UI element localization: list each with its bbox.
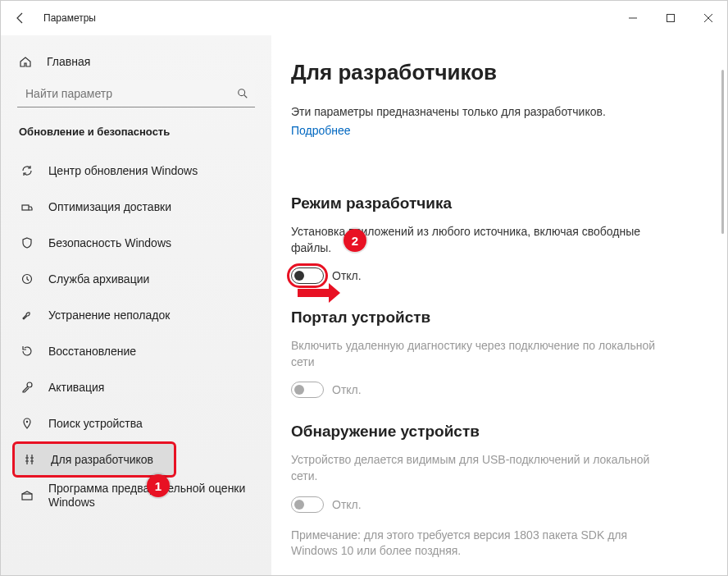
annotation-callout-1: 1 xyxy=(147,474,170,497)
search-box[interactable] xyxy=(17,80,255,107)
section-title-device-portal: Портал устройств xyxy=(291,309,703,327)
sidebar-item-backup[interactable]: Служба архивации xyxy=(17,261,263,297)
key-icon xyxy=(19,381,35,394)
sidebar-item-label: Для разработчиков xyxy=(51,453,153,467)
sidebar-item-label: Устранение неполадок xyxy=(48,309,170,322)
toggle-switch xyxy=(291,382,324,398)
search-icon xyxy=(237,88,248,99)
learn-more-link[interactable]: Подробнее xyxy=(291,124,351,137)
shield-icon xyxy=(19,236,35,249)
arrow-left-icon xyxy=(14,11,27,25)
toggle-switch xyxy=(291,496,324,513)
backup-icon xyxy=(19,272,35,286)
sidebar-item-label: Активация xyxy=(48,381,104,395)
search-input[interactable] xyxy=(25,87,237,100)
sidebar-item-label: Поиск устройства xyxy=(48,417,143,431)
svg-point-2 xyxy=(239,89,245,95)
window-title: Параметры xyxy=(43,12,96,24)
sidebar-home-label: Главная xyxy=(47,55,90,68)
section-title-dev-mode: Режим разработчика xyxy=(291,194,703,213)
sidebar-item-label: Служба архивации xyxy=(48,272,149,286)
sidebar-item-label: Безопасность Windows xyxy=(48,236,171,250)
section-desc-device-discovery: Устройство делается видимым для USB-подк… xyxy=(291,452,668,484)
svg-rect-4 xyxy=(22,205,29,210)
sidebar-category: Обновление и безопасность xyxy=(17,126,263,138)
sidebar-item-label: Центр обновления Windows xyxy=(48,164,198,178)
toggle-label: Откл. xyxy=(332,498,362,511)
wrench-icon xyxy=(19,309,35,322)
titlebar: Параметры xyxy=(1,1,727,35)
device-discovery-note: Примечание: для этого требуется версия 1… xyxy=(291,528,668,560)
svg-line-3 xyxy=(244,94,248,98)
sidebar: Главная Обновление и безопасность Центр … xyxy=(1,35,271,575)
page-intro: Эти параметры предназначены только для р… xyxy=(291,105,703,118)
toggle-device-portal: Откл. xyxy=(291,382,703,398)
sidebar-item-label: Восстановление xyxy=(48,345,136,359)
svg-rect-8 xyxy=(22,494,32,500)
window-controls xyxy=(614,5,727,31)
sidebar-item-windows-update[interactable]: Центр обновления Windows xyxy=(17,153,263,189)
scrollbar-indicator[interactable] xyxy=(721,70,724,234)
section-desc-device-portal: Включить удаленную диагностику через под… xyxy=(291,338,668,370)
sidebar-item-label: Оптимизация доставки xyxy=(48,200,171,214)
toggle-device-discovery: Откл. xyxy=(291,496,703,513)
sidebar-item-windows-security[interactable]: Безопасность Windows xyxy=(17,225,263,261)
sidebar-item-for-developers[interactable]: Для разработчиков xyxy=(12,441,176,478)
recovery-icon xyxy=(19,345,35,358)
toggle-dev-mode[interactable]: Откл. xyxy=(291,267,703,284)
sidebar-item-insider-program[interactable]: Программа предварительной оценки Windows xyxy=(17,478,263,514)
delivery-icon xyxy=(19,200,35,213)
sidebar-item-activation[interactable]: Активация xyxy=(17,369,263,405)
toggle-label: Откл. xyxy=(332,269,362,282)
home-icon xyxy=(17,55,34,68)
svg-point-7 xyxy=(26,421,28,423)
sidebar-item-find-my-device[interactable]: Поиск устройства xyxy=(17,405,263,441)
developers-icon xyxy=(21,453,38,466)
insider-icon xyxy=(19,489,35,502)
section-title-device-discovery: Обнаружение устройств xyxy=(291,423,703,441)
sidebar-home[interactable]: Главная xyxy=(17,55,263,68)
location-icon xyxy=(19,417,35,430)
sync-icon xyxy=(19,164,35,177)
page-title: Для разработчиков xyxy=(291,60,703,85)
toggle-switch[interactable] xyxy=(291,267,324,284)
minimize-button[interactable] xyxy=(614,5,652,31)
annotation-callout-2: 2 xyxy=(344,229,366,252)
main-content: Для разработчиков Эти параметры предназн… xyxy=(271,35,727,575)
sidebar-item-troubleshoot[interactable]: Устранение неполадок xyxy=(17,297,263,333)
sidebar-item-recovery[interactable]: Восстановление xyxy=(17,333,263,369)
annotation-arrow xyxy=(298,285,340,301)
svg-rect-1 xyxy=(667,15,675,22)
close-button[interactable] xyxy=(689,5,727,31)
back-button[interactable] xyxy=(11,8,30,28)
maximize-button[interactable] xyxy=(652,5,689,31)
toggle-label: Откл. xyxy=(332,383,362,396)
sidebar-item-delivery-optimization[interactable]: Оптимизация доставки xyxy=(17,189,263,225)
